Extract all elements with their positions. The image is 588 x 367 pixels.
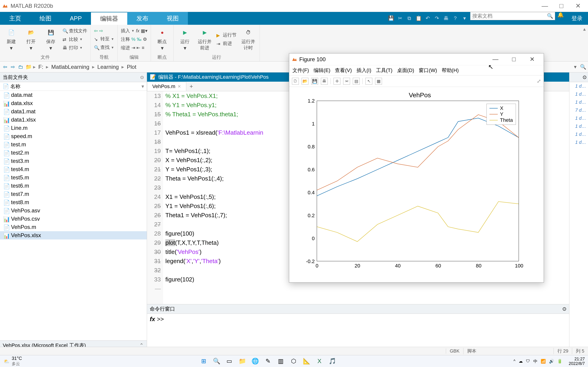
file-row[interactable]: 📊VehPos.csv <box>0 215 147 223</box>
workspace-menu-icon[interactable]: ⊙ <box>582 74 587 80</box>
login-link[interactable]: 登录 <box>566 12 588 25</box>
redo-icon[interactable]: ↷ <box>434 15 440 21</box>
addr-search-icon[interactable]: 🔍 <box>580 64 586 70</box>
fig-new-icon[interactable]: 🗋 <box>292 78 299 85</box>
dropdown-icon[interactable]: ▾ <box>572 64 578 70</box>
notification-bell-icon[interactable]: 🔔 <box>555 12 566 25</box>
tab-home[interactable]: 主页 <box>0 12 30 25</box>
comment-button[interactable]: 注释 % ‰ ⚙ <box>120 36 148 43</box>
taskview-icon[interactable]: ▭ <box>225 357 234 366</box>
compare-button[interactable]: ⇄比较▼ <box>61 36 88 43</box>
system-tray[interactable]: ^ ☁ 🛡 中 📶 🔊 🔋 <box>510 359 565 364</box>
file-row[interactable]: 📄test6.m <box>0 182 147 190</box>
edge-icon[interactable]: 🌐 <box>250 357 260 366</box>
matlab-taskbar-icon[interactable]: 📐 <box>302 357 311 366</box>
fig-datacursor-icon[interactable]: ✛ <box>334 78 340 85</box>
file-row[interactable]: 📄VehPos.asv <box>0 206 147 215</box>
save-button[interactable]: 💾保存▼ <box>42 27 60 51</box>
more-icon[interactable]: ▾ <box>461 15 467 21</box>
tray-chevron-icon[interactable]: ^ <box>513 359 515 364</box>
figure-menu-item[interactable]: 文件(F) <box>292 67 309 74</box>
breadcrumb-3[interactable]: Plot <box>125 64 138 70</box>
breadcrumb-2[interactable]: Learning <box>96 64 120 70</box>
battery-icon[interactable]: 🔋 <box>557 359 562 364</box>
fig-save-icon[interactable]: 💾 <box>311 78 318 85</box>
figure-window[interactable]: Figure 100 — □ ✕ 文件(F)编辑(E)查看(V)插入(I)工具(… <box>289 53 544 283</box>
weather-widget[interactable]: ⛅ 31°C多云 <box>0 356 26 367</box>
file-row[interactable]: 📄test.m <box>0 140 147 149</box>
file-row[interactable]: 📄test5.m <box>0 173 147 182</box>
fig-link-icon[interactable]: ⫘ <box>343 78 350 85</box>
tab-apps[interactable]: APP <box>61 12 91 25</box>
file-row[interactable]: 📊VehPos.xlsx <box>0 231 147 240</box>
find-files-button[interactable]: 🔍查找文件 <box>61 27 88 34</box>
fig-open-icon[interactable]: 📂 <box>302 78 309 85</box>
figure-menu-item[interactable]: 编辑(E) <box>313 67 330 74</box>
cloud-icon[interactable]: ☁ <box>519 359 523 364</box>
start-button[interactable]: ⊞ <box>199 357 208 366</box>
indent-button[interactable]: 缩进 ⇥ ⇤ ≡ <box>120 44 148 51</box>
undo-icon[interactable]: ↶ <box>425 15 431 21</box>
minimize-button[interactable]: — <box>536 0 553 12</box>
maximize-button[interactable]: □ <box>553 0 570 12</box>
fig-maximize-button[interactable]: □ <box>505 53 523 65</box>
save-icon[interactable]: 💾 <box>388 15 394 21</box>
file-row[interactable]: 📄data.mat <box>0 91 147 99</box>
nav-back-fwd[interactable]: ⇦ ⇨ <box>93 27 115 34</box>
print-icon[interactable]: 🖶 <box>443 15 449 21</box>
explorer-icon[interactable]: 📁 <box>237 357 247 366</box>
name-column[interactable]: 名称 <box>10 83 20 90</box>
new-button[interactable]: 📄新建▼ <box>2 27 20 51</box>
tab-publish[interactable]: 发布 <box>127 12 157 25</box>
app4-icon[interactable]: 🎵 <box>328 357 337 366</box>
defender-icon[interactable]: 🛡 <box>526 359 530 364</box>
advance-button[interactable]: ⇥前进 <box>216 40 237 47</box>
fig-insert-icon[interactable]: ▦ <box>375 78 382 85</box>
run-time-button[interactable]: ⏱运行并 计时 <box>239 27 257 51</box>
figure-menu-item[interactable]: 桌面(D) <box>397 67 414 74</box>
cmd-menu-icon[interactable]: ⊙ <box>562 306 566 312</box>
wifi-icon[interactable]: 📶 <box>541 359 546 364</box>
fig-close-button[interactable]: ✕ <box>523 53 541 65</box>
breakpoints-button[interactable]: ●断点▼ <box>153 27 171 51</box>
open-button[interactable]: 📂打开▼ <box>22 27 40 51</box>
run-section-button[interactable]: ▶运行节 <box>216 31 237 39</box>
app2-icon[interactable]: ▥ <box>276 357 286 366</box>
goto-button[interactable]: ↘转至▼ <box>93 35 115 42</box>
figure-menu-item[interactable]: 插入(I) <box>356 67 372 74</box>
fig-minimize-button[interactable]: — <box>486 53 505 65</box>
search-icon[interactable]: 🔍 <box>547 13 553 19</box>
run-button[interactable]: ▶运行▼ <box>176 27 194 51</box>
excel-icon[interactable]: X <box>315 357 324 366</box>
file-row[interactable]: 📄speed.m <box>0 132 147 140</box>
run-advance-button[interactable]: ▶运行并 前进 <box>196 27 214 51</box>
volume-icon[interactable]: 🔊 <box>549 359 554 364</box>
figure-menu-item[interactable]: 查看(V) <box>335 67 352 74</box>
fig-pointer-icon[interactable]: ↖ <box>365 78 372 85</box>
file-row[interactable]: 📊data.xlsx <box>0 99 147 107</box>
app1-icon[interactable]: ✎ <box>263 357 273 366</box>
taskbar-search-icon[interactable]: 🔍 <box>212 357 221 366</box>
taskbar-clock[interactable]: 21:272022/8/7 <box>565 357 588 366</box>
tab-view[interactable]: 视图 <box>157 12 188 25</box>
file-row[interactable]: 📄test8.m <box>0 198 147 206</box>
figure-menu-item[interactable]: 工具(T) <box>376 67 393 74</box>
back-icon[interactable]: ⇦ <box>2 64 8 70</box>
file-row[interactable]: 📄test2.m <box>0 149 147 157</box>
chart-legend[interactable]: XYTheta <box>486 104 516 125</box>
file-row[interactable]: 📊data1.xlsx <box>0 116 147 124</box>
editor-tab-vehpos[interactable]: VehPos.m✕ <box>147 82 186 91</box>
print-button[interactable]: 🖶打印▼ <box>61 44 88 51</box>
file-row[interactable]: 📄test7.m <box>0 190 147 198</box>
folder-icon[interactable]: 📁 <box>25 64 32 70</box>
close-tab-icon[interactable]: ✕ <box>178 84 181 89</box>
forward-icon[interactable]: ⇨ <box>10 64 16 70</box>
copy-icon[interactable]: ⧉ <box>406 15 412 21</box>
workspace-panel[interactable]: ⊙ 1 d…1 d…1 d…7 d…1 d…1 d…1 d…1 d… <box>569 73 588 355</box>
cut-icon[interactable]: ✂ <box>397 15 403 21</box>
figure-menu-item[interactable]: 帮助(H) <box>442 67 459 74</box>
doc-search[interactable]: 🔍 <box>470 12 555 20</box>
find-button[interactable]: 🔍查找▼ <box>93 44 115 51</box>
breadcrumb-drive[interactable]: F: <box>37 64 44 70</box>
file-row[interactable]: 📄test4.m <box>0 165 147 173</box>
